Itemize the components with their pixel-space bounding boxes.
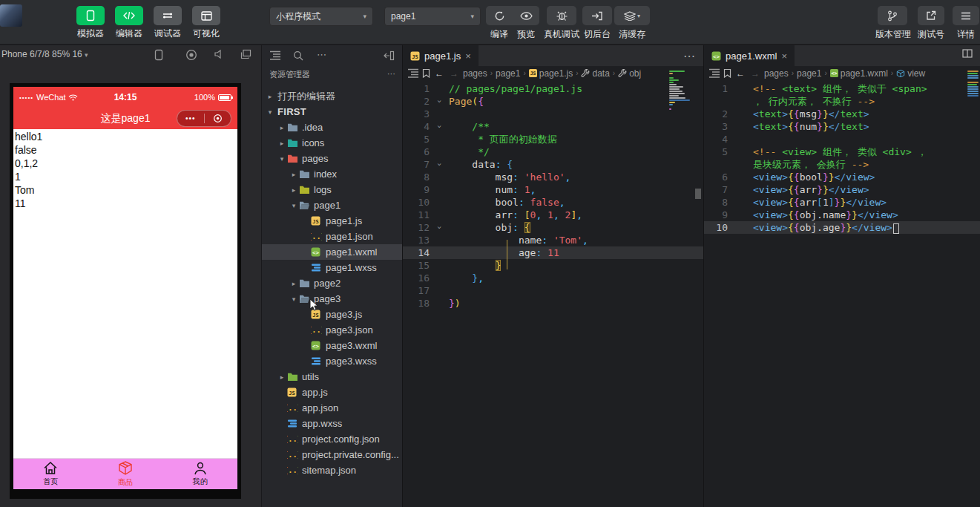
code-line[interactable]: 6<view>{{bool}}</view> <box>704 171 980 183</box>
scrollbar-thumb[interactable] <box>695 189 701 199</box>
close-icon[interactable]: × <box>781 50 787 62</box>
record-icon[interactable] <box>185 49 197 61</box>
code-line[interactable]: 7<view>{{arr}}</view> <box>704 183 980 196</box>
code-line[interactable]: 13 name: 'Tom', <box>403 234 703 246</box>
breadcrumb-page1.wxml[interactable]: <>page1.wxml <box>830 68 888 79</box>
code-line[interactable]: 17 <box>403 284 703 297</box>
code-line[interactable]: 1// pages/page1/page1.js <box>403 82 703 95</box>
bookmark-icon[interactable] <box>422 68 430 78</box>
phone-tab-我的[interactable]: 我的 <box>162 459 237 489</box>
chevron-right-icon[interactable]: ▸ <box>265 93 275 100</box>
tree-item-page3.js[interactable]: JSpage3.js <box>262 307 402 322</box>
tree-item-utils[interactable]: ▸utils <box>262 369 402 385</box>
avatar[interactable] <box>0 4 22 27</box>
tree-item-page2[interactable]: ▸page2 <box>262 275 402 291</box>
fold-chevron-icon[interactable]: › <box>437 221 449 234</box>
windows-icon[interactable] <box>240 49 251 59</box>
tree-item-.idea[interactable]: ▸.idea <box>262 120 402 135</box>
code-line[interactable]: 是块级元素， 会换行 --> <box>704 158 980 171</box>
more-icon[interactable]: ⋯ <box>317 49 327 60</box>
tree-item-index[interactable]: ▸index <box>262 166 402 182</box>
version-control-button[interactable] <box>878 6 907 25</box>
code-line[interactable]: 4 <box>704 133 980 145</box>
preview-button[interactable] <box>513 6 539 25</box>
minimap[interactable] <box>669 71 691 110</box>
test-account-button[interactable] <box>918 6 944 25</box>
editor2-code[interactable]: 1<!-- <text> 组件， 类似于 <span>， 行内元素， 不换行 -… <box>704 80 980 234</box>
switch-background-button[interactable] <box>582 6 612 25</box>
tree-item-page1.js[interactable]: JSpage1.js <box>262 213 402 229</box>
phone-tab-商品[interactable]: 商品 <box>88 459 163 489</box>
tree-item-打开的编辑器[interactable]: ▸打开的编辑器 <box>262 88 402 104</box>
page-select[interactable]: page1 ▾ <box>384 7 481 26</box>
tree-item-page3.wxss[interactable]: page3.wxss <box>262 353 402 369</box>
chevron-right-icon[interactable]: ▸ <box>277 373 287 381</box>
fold-chevron-icon[interactable]: › <box>437 120 449 133</box>
tab-page1-js[interactable]: JS page1.js × <box>403 45 479 66</box>
tree-item-project.private.config...[interactable]: {..}project.private.config... <box>262 447 402 462</box>
details-button[interactable] <box>953 6 979 25</box>
code-line[interactable]: 12› obj: { <box>403 221 703 234</box>
fold-chevron-icon[interactable]: › <box>437 95 449 108</box>
tree-item-FIRST[interactable]: ▾FIRST <box>262 104 402 120</box>
chevron-right-icon[interactable]: ▸ <box>277 124 287 131</box>
breadcrumb-page1[interactable]: page1 <box>496 68 520 79</box>
tab-page1-wxml[interactable]: <> page1.wxml × <box>704 45 795 66</box>
tree-item-page3.json[interactable]: {..}page3.json <box>262 322 402 338</box>
close-target-icon[interactable] <box>205 114 231 123</box>
code-line[interactable]: 16 }, <box>403 272 703 284</box>
code-line[interactable]: 5<!-- <view> 组件， 类似 <div> ， <box>704 145 980 158</box>
search-icon[interactable] <box>293 50 303 61</box>
code-line[interactable]: 18}) <box>403 297 703 310</box>
code-line[interactable]: 14 age: 11 <box>403 246 703 259</box>
tree-item-logs[interactable]: ▸logs <box>262 182 402 197</box>
breadcrumb-page1[interactable]: page1 <box>797 68 821 79</box>
outline-icon[interactable] <box>407 68 419 78</box>
editor-toggle-button[interactable]: 编辑器 <box>113 6 145 40</box>
tree-item-app.json[interactable]: {..}app.json <box>262 400 402 416</box>
outline-icon[interactable] <box>708 68 720 78</box>
bookmark-icon[interactable] <box>723 68 731 78</box>
breadcrumb-page1.js[interactable]: JSpage1.js <box>529 68 573 79</box>
more-icon[interactable]: ••• <box>177 114 204 122</box>
close-icon[interactable]: × <box>465 50 471 62</box>
tree-item-icons[interactable]: ▸icons <box>262 135 402 151</box>
forward-arrow[interactable]: → <box>751 68 760 79</box>
remote-debug-button[interactable] <box>547 6 576 25</box>
capsule-buttons[interactable]: ••• <box>177 110 231 127</box>
tree-item-sitemap.json[interactable]: {..}sitemap.json <box>262 462 402 478</box>
code-line[interactable]: 2›Page({ <box>403 95 703 108</box>
code-line[interactable]: 8 msg: 'hello', <box>403 171 703 183</box>
chevron-down-icon[interactable]: ▾ <box>277 155 287 163</box>
mode-select[interactable]: 小程序模式 ▾ <box>269 7 373 26</box>
code-line[interactable]: 8<view>{{arr[1]}}</view> <box>704 196 980 209</box>
code-line[interactable]: 15 } <box>403 259 703 272</box>
code-line[interactable]: 7› data: { <box>403 158 703 171</box>
more-icon[interactable]: ⋯ <box>387 69 396 82</box>
simulator-toggle-button[interactable]: 模拟器 <box>74 6 107 40</box>
compile-button[interactable] <box>486 6 513 25</box>
back-arrow[interactable]: ← <box>736 68 745 79</box>
fold-chevron-icon[interactable]: › <box>437 158 449 171</box>
outline-icon[interactable] <box>269 50 281 60</box>
tree-item-app.js[interactable]: JSapp.js <box>262 385 402 400</box>
minimap[interactable] <box>967 71 979 97</box>
tree-item-page1.wxml[interactable]: <>page1.wxml <box>262 244 402 260</box>
debugger-toggle-button[interactable]: 调试器 <box>151 6 184 40</box>
breadcrumb-pages[interactable]: pages <box>463 68 487 79</box>
visualizer-toggle-button[interactable]: 可视化 <box>190 6 223 40</box>
breadcrumb-view[interactable]: view <box>896 68 925 79</box>
tree-item-app.wxss[interactable]: app.wxss <box>262 416 402 431</box>
chevron-right-icon[interactable]: ▸ <box>289 186 299 194</box>
chevron-down-icon[interactable]: ▾ <box>289 295 299 303</box>
breadcrumb-pages[interactable]: pages <box>764 68 789 79</box>
editor1-code[interactable]: 1// pages/page1/page1.js2›Page({34› /**5… <box>403 80 703 310</box>
tree-item-page1[interactable]: ▾page1 <box>262 197 402 213</box>
code-line[interactable]: 10 bool: false, <box>403 196 703 209</box>
chevron-right-icon[interactable]: ▸ <box>289 280 299 287</box>
code-line[interactable]: 1<!-- <text> 组件， 类似于 <span> <box>704 82 980 95</box>
forward-arrow[interactable]: → <box>450 68 458 79</box>
code-line[interactable]: 5 * 页面的初始数据 <box>403 133 703 145</box>
breadcrumb-obj[interactable]: obj <box>618 68 641 79</box>
tree-item-page1.json[interactable]: {..}page1.json <box>262 229 402 244</box>
